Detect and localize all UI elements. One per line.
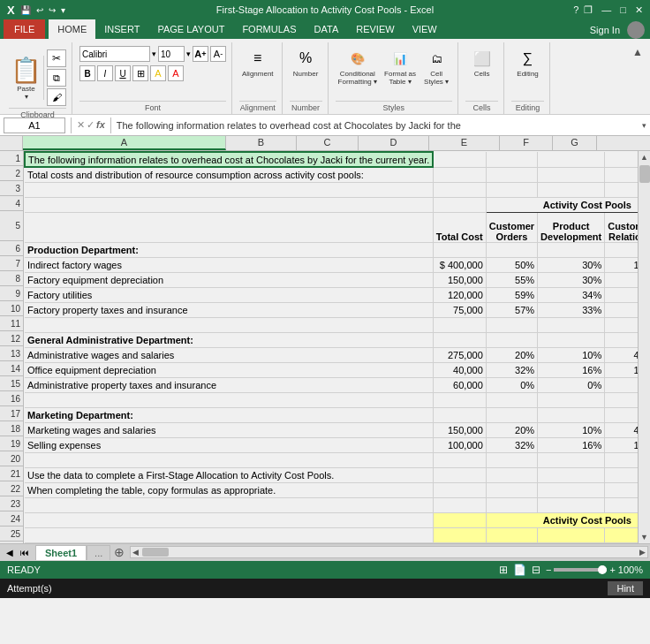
scroll-up-button[interactable]: ▲ — [639, 151, 650, 163]
cell-e5[interactable]: CustomerRelations — [605, 212, 638, 242]
ribbon-collapse-button[interactable]: ▲ — [629, 42, 646, 114]
cell-d10[interactable]: 33% — [538, 302, 605, 317]
row-header-10[interactable]: 10 — [0, 301, 23, 316]
cell-c7[interactable]: 50% — [486, 257, 537, 272]
cell-a9[interactable]: Factory utilities — [25, 287, 433, 302]
cell-a18[interactable]: Marketing wages and salaries — [25, 422, 433, 437]
close-icon[interactable]: ✕ — [635, 4, 643, 16]
cell-c5[interactable]: CustomerOrders — [486, 212, 537, 242]
zoom-thumb[interactable] — [598, 565, 607, 574]
cell-b9[interactable]: 120,000 — [433, 287, 486, 302]
cell-e10[interactable]: 0% — [605, 302, 638, 317]
row-header-23[interactable]: 23 — [0, 496, 23, 511]
cell-d20[interactable] — [538, 452, 605, 467]
tab-formulas[interactable]: FORMULAS — [233, 19, 305, 39]
row-header-5[interactable]: 5 — [0, 211, 23, 241]
cell-d9[interactable]: 34% — [538, 287, 605, 302]
cell-d8[interactable]: 30% — [538, 272, 605, 287]
cell-b2[interactable] — [433, 167, 486, 182]
cell-e20[interactable] — [605, 452, 638, 467]
cell-b18[interactable]: 150,000 — [433, 422, 486, 437]
tab-review[interactable]: REVIEW — [347, 19, 403, 39]
cell-a6[interactable]: Production Department: — [25, 242, 433, 257]
cell-e21[interactable] — [605, 467, 638, 482]
bold-button[interactable]: B — [79, 65, 95, 81]
cell-b6[interactable] — [433, 242, 486, 257]
paste-button[interactable]: 📋 Paste ▾ — [9, 56, 44, 100]
horizontal-scrollbar[interactable]: ◀ ▶ — [130, 546, 648, 558]
cell-a13[interactable]: Administrative wages and salaries — [25, 347, 433, 362]
cell-a20[interactable] — [25, 452, 433, 467]
row-header-2[interactable]: 2 — [0, 166, 23, 181]
row-header-22[interactable]: 22 — [0, 481, 23, 496]
cell-e14[interactable]: 15% — [605, 362, 638, 377]
cell-e12[interactable] — [605, 332, 638, 347]
cell-b8[interactable]: 150,000 — [433, 272, 486, 287]
cell-e11[interactable] — [605, 317, 638, 332]
cell-b25[interactable] — [433, 527, 486, 542]
cell-c24[interactable]: Activity Cost Pools — [486, 512, 638, 527]
cell-c15[interactable]: 0% — [486, 377, 537, 392]
cell-d22[interactable] — [538, 482, 605, 497]
cell-b19[interactable]: 100,000 — [433, 437, 486, 452]
cell-a1[interactable]: The following information relates to ove… — [25, 152, 433, 167]
cell-c14[interactable]: 32% — [486, 362, 537, 377]
row-header-6[interactable]: 6 — [0, 241, 23, 256]
sheet-tab-sheet1[interactable]: Sheet1 — [35, 545, 87, 560]
cell-b4[interactable] — [433, 197, 486, 212]
maximize-icon[interactable]: □ — [620, 4, 626, 15]
save-button[interactable]: 💾 — [19, 5, 33, 15]
cell-b23[interactable] — [433, 497, 486, 512]
cell-d14[interactable]: 16% — [538, 362, 605, 377]
copy-button[interactable]: ⧉ — [47, 69, 66, 87]
tab-data[interactable]: DATA — [306, 19, 348, 39]
cell-a15[interactable]: Administrative property taxes and insura… — [25, 377, 433, 392]
cell-a7[interactable]: Indirect factory wages — [25, 257, 433, 272]
row-header-4[interactable]: 4 — [0, 196, 23, 211]
undo-button[interactable]: ↩ — [34, 5, 45, 15]
cell-d15[interactable]: 0% — [538, 377, 605, 392]
number-button[interactable]: % Number — [291, 46, 321, 80]
horizontal-scroll-thumb[interactable] — [142, 548, 169, 557]
zoom-minus-icon[interactable]: − — [546, 564, 551, 575]
sheet-nav-prev[interactable]: ◀ — [4, 548, 16, 557]
cell-b24[interactable] — [433, 512, 486, 527]
cell-a24[interactable] — [25, 512, 433, 527]
cell-c6[interactable] — [486, 242, 537, 257]
scroll-left-button[interactable]: ◀ — [131, 548, 140, 557]
cell-d3[interactable] — [538, 182, 605, 197]
col-header-d[interactable]: D — [359, 136, 429, 150]
cell-a5[interactable] — [25, 212, 433, 242]
sheet-grid[interactable]: The following information relates to ove… — [24, 151, 638, 543]
formula-expand-icon[interactable]: ▾ — [642, 121, 646, 130]
row-header-24[interactable]: 24 — [0, 511, 23, 527]
row-header-1[interactable]: 1 — [0, 151, 23, 166]
row-header-12[interactable]: 12 — [0, 331, 23, 346]
zoom-slider[interactable] — [554, 568, 607, 572]
cell-a19[interactable]: Selling expenses — [25, 437, 433, 452]
cell-b13[interactable]: 275,000 — [433, 347, 486, 362]
cell-d6[interactable] — [538, 242, 605, 257]
cell-b15[interactable]: 60,000 — [433, 377, 486, 392]
cell-a4[interactable] — [25, 197, 433, 212]
cell-e8[interactable]: 0% — [605, 272, 638, 287]
redo-button[interactable]: ↪ — [47, 5, 57, 15]
cell-b7[interactable]: $ 400,000 — [433, 257, 486, 272]
cell-d16[interactable] — [538, 392, 605, 407]
row-header-11[interactable]: 11 — [0, 316, 23, 331]
cell-b3[interactable] — [433, 182, 486, 197]
cell-c4[interactable]: Activity Cost Pools — [486, 197, 638, 212]
cell-b20[interactable] — [433, 452, 486, 467]
sheet-nav-start[interactable]: ⏮ — [18, 548, 32, 557]
row-header-9[interactable]: 9 — [0, 286, 23, 301]
sheet-tab-ellipsis[interactable]: ... — [87, 545, 110, 560]
cell-b5[interactable]: Total Cost — [433, 212, 486, 242]
cell-e23[interactable] — [605, 497, 638, 512]
format-painter-button[interactable]: 🖌 — [47, 88, 66, 106]
minimize-icon[interactable]: — — [601, 4, 611, 15]
row-header-25[interactable]: 25 — [0, 527, 23, 542]
cell-a2[interactable]: Total costs and distribution of resource… — [25, 167, 433, 182]
cell-e19[interactable]: 15% — [605, 437, 638, 452]
cell-a25[interactable] — [25, 527, 433, 542]
cut-button[interactable]: ✂ — [47, 49, 66, 67]
